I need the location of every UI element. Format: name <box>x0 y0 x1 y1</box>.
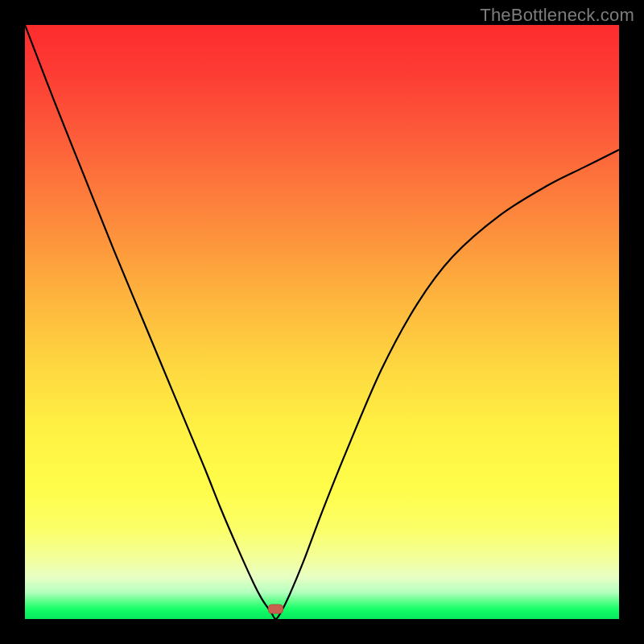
curve-svg <box>25 25 619 619</box>
plot-area <box>25 25 619 619</box>
bottleneck-curve <box>25 25 619 619</box>
optimum-marker <box>268 605 283 613</box>
chart-frame: TheBottleneck.com <box>0 0 644 644</box>
watermark-text: TheBottleneck.com <box>480 5 634 26</box>
